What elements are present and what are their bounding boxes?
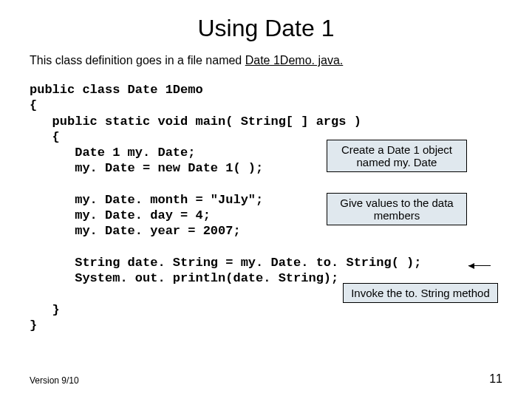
code-line: String date. String = my. Date. to. Stri… <box>30 256 422 270</box>
code-line: { <box>30 130 60 144</box>
code-line: my. Date. day = 4; <box>30 208 211 222</box>
slide-title: Using Date 1 <box>30 15 502 42</box>
code-line: public class Date 1Demo <box>30 83 203 97</box>
code-line: { <box>30 98 37 112</box>
annotation-create-object: Create a Date 1 object named my. Date <box>327 140 467 172</box>
subtitle-text: This class definition goes in a file nam… <box>30 54 245 66</box>
subtitle-filename: Date 1Demo. java. <box>245 54 344 66</box>
code-line: Date 1 my. Date; <box>30 146 195 160</box>
arrow-icon <box>468 265 491 266</box>
code-line: my. Date = new Date 1( ); <box>30 161 263 175</box>
code-line: public static void main( String[ ] args … <box>30 115 361 129</box>
code-line: System. out. println(date. String); <box>30 271 338 285</box>
code-container: public class Date 1Demo { public static … <box>30 82 502 333</box>
code-line: } <box>30 318 37 332</box>
code-line: my. Date. month = "July"; <box>30 193 263 207</box>
annotation-invoke-tostring: Invoke the to. String method <box>343 283 498 303</box>
annotation-give-values: Give values to the data members <box>327 193 467 225</box>
code-line: } <box>30 303 60 317</box>
subtitle: This class definition goes in a file nam… <box>30 54 502 67</box>
page-number: 11 <box>489 372 502 386</box>
code-line: my. Date. year = 2007; <box>30 224 241 238</box>
footer-version: Version 9/10 <box>30 375 79 386</box>
